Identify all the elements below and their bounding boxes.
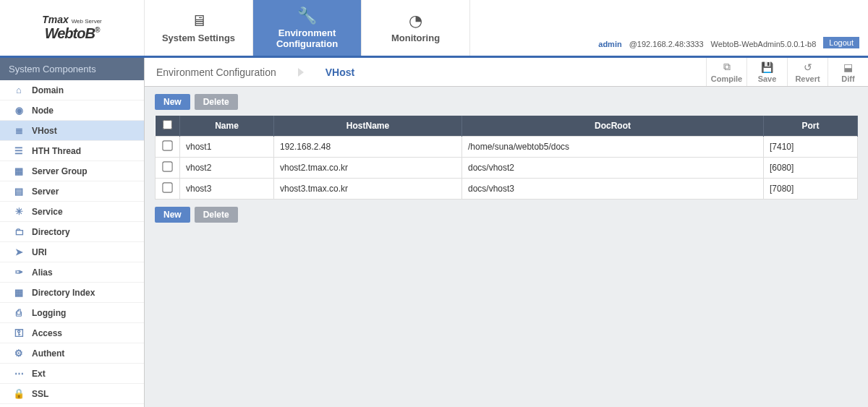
table-row[interactable]: vhost3vhost3.tmax.co.krdocs/vhost3[7080]	[156, 179, 858, 200]
sidebar-item-domain[interactable]: ⌂Domain	[0, 80, 144, 100]
sidebar-item-label: Authent	[32, 348, 64, 359]
sidebar-item-server-group[interactable]: ▦Server Group	[0, 161, 144, 181]
sidebar-item-label: Node	[32, 106, 54, 116]
logo-reg: ®	[95, 26, 99, 34]
breadcrumb-parent: Environment Configuration	[156, 67, 276, 78]
sidebar-item-directory-index[interactable]: ▦Directory Index	[0, 283, 144, 303]
nav-label: Environment Configuration	[276, 28, 338, 49]
col-docroot: DocRoot	[462, 116, 764, 137]
sidebar-item-label: SSL	[32, 389, 48, 399]
sidebar-item-label: Server	[32, 187, 59, 197]
cell-docroot: docs/vhost3	[462, 179, 764, 200]
pie-icon: ◔	[409, 12, 422, 30]
directory-icon: 🗀	[13, 226, 25, 237]
version-label: WebtoB-WebAdmin5.0.0.1-b8	[711, 40, 817, 48]
sidebar-item-ssl[interactable]: 🔒SSL	[0, 384, 144, 404]
header-right: admin @192.168.2.48:3333 WebtoB-WebAdmin…	[470, 0, 868, 56]
cell-name: vhost1	[180, 137, 274, 158]
cell-port: [6080]	[764, 158, 858, 179]
cell-port: [7080]	[764, 179, 858, 200]
server-group-icon: ▦	[13, 166, 25, 176]
delete-button[interactable]: Delete	[195, 94, 238, 110]
nav-system-settings[interactable]: 🖥 System Settings	[145, 0, 253, 56]
save-button[interactable]: 💾 Save	[746, 58, 787, 86]
row-select-cell	[156, 137, 180, 158]
logo-brand: Tmax	[42, 14, 69, 25]
cell-port: [7410]	[764, 137, 858, 158]
sidebar-item-server[interactable]: ▤Server	[0, 181, 144, 202]
sidebar-item-label: Domain	[32, 85, 64, 95]
logout-button[interactable]: Logout	[823, 37, 859, 48]
sidebar: System Components ⌂Domain◉Node≣VHost☰HTH…	[0, 58, 145, 407]
sidebar-item-uri[interactable]: ➤URI	[0, 242, 144, 262]
sidebar-item-node[interactable]: ◉Node	[0, 100, 144, 121]
cell-docroot: docs/vhost2	[462, 158, 764, 179]
sidebar-item-hth-thread[interactable]: ☰HTH Thread	[0, 141, 144, 161]
chevron-right-icon	[298, 68, 304, 77]
table-row[interactable]: vhost1192.168.2.48/home/suna/webtob5/doc…	[156, 137, 858, 158]
sidebar-item-vhost[interactable]: ≣VHost	[0, 121, 144, 141]
col-name: Name	[180, 116, 274, 137]
delete-button[interactable]: Delete	[195, 207, 238, 223]
current-host: @192.168.2.48:3333	[629, 40, 704, 48]
logo: Tmax Web Server WebtoB®	[0, 0, 145, 56]
select-all-header	[156, 116, 180, 137]
revert-button[interactable]: ↺ Revert	[787, 58, 827, 86]
cell-docroot: /home/suna/webtob5/docs	[462, 137, 764, 158]
compile-button[interactable]: ⧉ Compile	[706, 58, 746, 86]
button-row-top: New Delete	[155, 94, 858, 110]
node-icon: ◉	[13, 105, 25, 116]
sidebar-item-alias[interactable]: ✑Alias	[0, 262, 144, 283]
sidebar-item-label: Alias	[32, 267, 53, 278]
row-select-cell	[156, 179, 180, 200]
diff-button[interactable]: ⬓ Diff	[827, 58, 868, 86]
cell-name: vhost2	[180, 158, 274, 179]
new-button[interactable]: New	[155, 207, 190, 223]
diff-icon: ⬓	[843, 61, 853, 73]
service-icon: ✳	[13, 206, 25, 217]
toolbar: Environment Configuration VHost ⧉ Compil…	[145, 58, 868, 87]
nav-label: Monitoring	[391, 33, 440, 43]
sidebar-item-ext[interactable]: ⋯Ext	[0, 364, 144, 384]
sidebar-item-directory[interactable]: 🗀Directory	[0, 222, 144, 242]
row-checkbox[interactable]	[162, 140, 172, 150]
monitor-icon: 🖥	[191, 12, 207, 30]
ext-icon: ⋯	[13, 368, 25, 379]
logo-subtitle: Web Server	[72, 18, 102, 25]
save-icon: 💾	[761, 61, 773, 73]
sidebar-item-logging[interactable]: ⎙Logging	[0, 303, 144, 323]
nav-monitoring[interactable]: ◔ Monitoring	[362, 0, 470, 56]
ssl-icon: 🔒	[13, 388, 25, 399]
sidebar-item-label: VHost	[32, 126, 57, 136]
row-checkbox[interactable]	[162, 182, 172, 192]
alias-icon: ✑	[13, 267, 25, 278]
new-button[interactable]: New	[155, 94, 190, 110]
sidebar-item-label: Ext	[32, 369, 46, 379]
tool-label: Diff	[841, 74, 854, 83]
button-row-bottom: New Delete	[155, 207, 858, 223]
sidebar-item-label: Access	[32, 328, 62, 338]
sidebar-item-access[interactable]: ⚿Access	[0, 323, 144, 343]
nav-environment-config[interactable]: 🔧 Environment Configuration	[253, 0, 362, 56]
logging-icon: ⎙	[13, 307, 25, 318]
current-user: admin	[598, 40, 621, 48]
cell-hostname: vhost2.tmax.co.kr	[274, 158, 462, 179]
breadcrumb-current: VHost	[326, 67, 354, 78]
access-icon: ⚿	[13, 327, 25, 338]
sidebar-item-label: Logging	[32, 308, 66, 318]
vhost-icon: ≣	[13, 125, 25, 136]
sidebar-item-service[interactable]: ✳Service	[0, 202, 144, 222]
sidebar-item-label: Directory Index	[32, 288, 95, 298]
sidebar-item-authent[interactable]: ⚙Authent	[0, 343, 144, 364]
cell-hostname: vhost3.tmax.co.kr	[274, 179, 462, 200]
tool-label: Compile	[711, 74, 742, 83]
layers-icon: ⧉	[723, 61, 731, 73]
table-row[interactable]: vhost2vhost2.tmax.co.krdocs/vhost2[6080]	[156, 158, 858, 179]
top-nav: 🖥 System Settings 🔧 Environment Configur…	[145, 0, 470, 56]
header: Tmax Web Server WebtoB® 🖥 System Setting…	[0, 0, 868, 58]
select-all-checkbox[interactable]	[163, 120, 172, 129]
sidebar-title: System Components	[0, 58, 144, 80]
row-select-cell	[156, 158, 180, 179]
logo-product: WebtoB	[45, 25, 95, 41]
row-checkbox[interactable]	[162, 161, 172, 171]
